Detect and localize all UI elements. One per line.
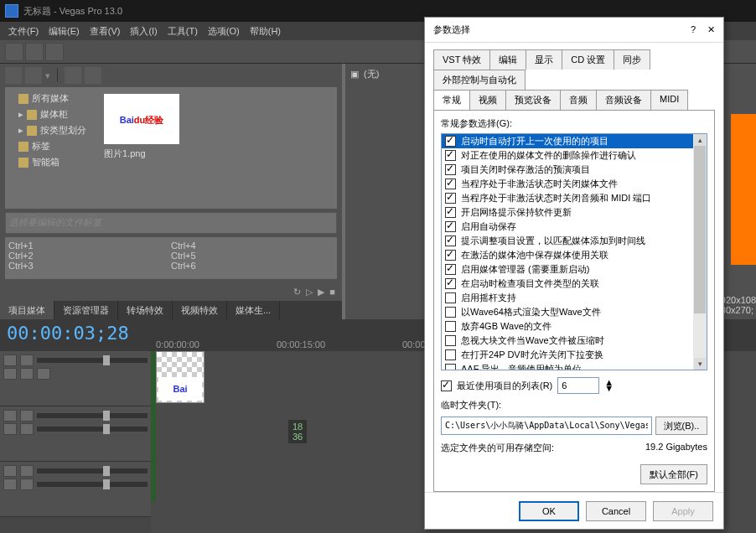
- tab-audio-device[interactable]: 音频设备: [596, 90, 651, 110]
- pan-slider[interactable]: [37, 482, 148, 487]
- option-item[interactable]: 以Wave64格式渲染大型Wave文件: [442, 305, 707, 319]
- checkbox[interactable]: [445, 364, 456, 370]
- browse-button[interactable]: 浏览(B)..: [655, 417, 707, 435]
- default-all-button[interactable]: 默认全部(F): [640, 464, 707, 484]
- tab-vst[interactable]: VST 特效: [433, 49, 490, 70]
- volume-slider[interactable]: [37, 468, 148, 473]
- scroll-thumb[interactable]: [694, 146, 706, 313]
- tab-cd[interactable]: CD 设置: [562, 49, 614, 70]
- tab-media-gen[interactable]: 媒体生...: [227, 301, 280, 319]
- shortcut-6[interactable]: Ctrl+6: [171, 261, 334, 271]
- tree-smart-bin[interactable]: 智能箱: [8, 154, 94, 170]
- checkbox[interactable]: [445, 278, 456, 289]
- menu-tools[interactable]: 工具(T): [163, 23, 203, 39]
- track-number-icon[interactable]: [3, 410, 17, 422]
- track-number-icon[interactable]: [3, 354, 17, 366]
- media-thumbnail[interactable]: Baidu经验: [104, 94, 179, 144]
- scroll-up-icon[interactable]: ▴: [694, 134, 706, 146]
- import-icon[interactable]: [5, 67, 22, 84]
- option-item[interactable]: 开启网络提示保持软件更新: [442, 205, 707, 220]
- play-icon[interactable]: ▶: [318, 287, 324, 298]
- menu-insert[interactable]: 插入(I): [125, 23, 162, 39]
- solo-icon[interactable]: [20, 479, 34, 490]
- preview-device-icon[interactable]: ▣: [350, 69, 359, 80]
- option-item[interactable]: 启用媒体管理器 (需要重新启动): [442, 262, 707, 277]
- option-item[interactable]: 当程序处于非激活状态时关闭媒体文件: [442, 177, 707, 191]
- motion-icon[interactable]: [37, 368, 50, 380]
- tab-midi[interactable]: MIDI: [650, 90, 688, 110]
- track-fx-icon[interactable]: [20, 410, 34, 422]
- option-item[interactable]: 忽视大块文件当Wave文件被压缩时: [442, 334, 707, 348]
- checkbox[interactable]: [445, 150, 456, 161]
- tab-preview-device[interactable]: 预览设备: [505, 90, 561, 110]
- tab-transitions[interactable]: 转场特效: [118, 301, 173, 319]
- apply-button[interactable]: Apply: [653, 501, 713, 521]
- track-number-icon[interactable]: [3, 465, 17, 477]
- timecode-display[interactable]: 00:00:03;28: [0, 319, 151, 351]
- checkbox[interactable]: [445, 179, 456, 189]
- tab-project-media[interactable]: 项目媒体: [0, 301, 54, 319]
- video-clip[interactable]: Bai: [156, 351, 205, 403]
- checkbox[interactable]: [445, 307, 456, 318]
- checkbox[interactable]: [445, 193, 456, 204]
- tab-sync[interactable]: 同步: [614, 49, 650, 70]
- tree-by-type[interactable]: ▸按类型划分: [8, 122, 94, 138]
- option-item[interactable]: 启用摇杆支持: [442, 291, 707, 305]
- scroll-down-icon[interactable]: ▾: [694, 358, 706, 370]
- pan-slider[interactable]: [37, 427, 148, 432]
- tab-audio[interactable]: 音频: [560, 90, 597, 110]
- menu-help[interactable]: 帮助(H): [245, 23, 286, 39]
- tab-external[interactable]: 外部控制与自动化: [433, 70, 526, 90]
- tree-tags[interactable]: 标签: [8, 138, 94, 154]
- tags-placeholder[interactable]: 选择要编辑的文件标签: [5, 212, 337, 234]
- checkbox[interactable]: [445, 207, 456, 218]
- option-item[interactable]: 放弃4GB Wave的文件: [442, 319, 707, 334]
- capture-icon[interactable]: [25, 67, 42, 84]
- checkbox[interactable]: [445, 349, 456, 360]
- track-fx-icon[interactable]: [20, 465, 34, 477]
- shortcut-1[interactable]: Ctrl+1: [8, 241, 171, 251]
- checkbox[interactable]: [445, 321, 456, 332]
- solo-icon[interactable]: [20, 368, 34, 380]
- play-start-icon[interactable]: ▷: [306, 287, 313, 298]
- checkbox[interactable]: [445, 221, 456, 232]
- tab-edit[interactable]: 编辑: [489, 49, 526, 70]
- opacity-slider[interactable]: [37, 358, 148, 363]
- scrollbar[interactable]: ▴ ▾: [693, 134, 707, 370]
- ok-button[interactable]: OK: [519, 501, 579, 521]
- tab-explorer[interactable]: 资源管理器: [54, 301, 118, 319]
- recent-projects-input[interactable]: [557, 377, 599, 394]
- checkbox[interactable]: [445, 250, 456, 261]
- checkbox[interactable]: [445, 136, 456, 147]
- video-track-header[interactable]: [0, 351, 151, 406]
- mute-icon[interactable]: [3, 479, 17, 490]
- checkbox[interactable]: [445, 292, 456, 303]
- checkbox[interactable]: [445, 235, 456, 246]
- recent-projects-checkbox[interactable]: [441, 380, 452, 391]
- option-item[interactable]: 在启动时检查项目文件类型的关联: [442, 277, 707, 291]
- shortcut-4[interactable]: Ctrl+4: [171, 241, 334, 251]
- help-icon[interactable]: ?: [691, 24, 696, 35]
- tree-media-bin[interactable]: ▸媒体柜: [8, 106, 94, 122]
- checkbox[interactable]: [445, 164, 456, 175]
- temp-folder-input[interactable]: [441, 417, 652, 435]
- refresh-icon[interactable]: [85, 67, 101, 84]
- option-item[interactable]: 启动时自动打开上一次使用的的项目: [442, 134, 707, 148]
- mute-icon[interactable]: [3, 423, 17, 435]
- option-item[interactable]: 提示调整项目设置，以匹配媒体添加到时间线: [442, 234, 707, 248]
- menu-options[interactable]: 选项(O): [203, 23, 245, 39]
- mute-icon[interactable]: [3, 368, 17, 380]
- option-item[interactable]: 项目关闭时保存激活的预演项目: [442, 163, 707, 177]
- toolbar-save-icon[interactable]: [45, 43, 64, 61]
- audio-track-1-header[interactable]: [0, 406, 151, 462]
- loop-icon[interactable]: ↻: [293, 287, 301, 298]
- dialog-titlebar[interactable]: 参数选择 ? ✕: [425, 18, 723, 43]
- toolbar-open-icon[interactable]: [25, 43, 44, 61]
- cancel-button[interactable]: Cancel: [586, 501, 646, 521]
- tab-general[interactable]: 常规: [433, 90, 470, 110]
- menu-file[interactable]: 文件(F): [3, 23, 44, 39]
- shortcut-2[interactable]: Ctrl+2: [8, 251, 171, 261]
- menu-view[interactable]: 查看(V): [85, 23, 126, 39]
- checkbox[interactable]: [445, 335, 456, 346]
- spinner-down-icon[interactable]: ▼: [604, 386, 614, 391]
